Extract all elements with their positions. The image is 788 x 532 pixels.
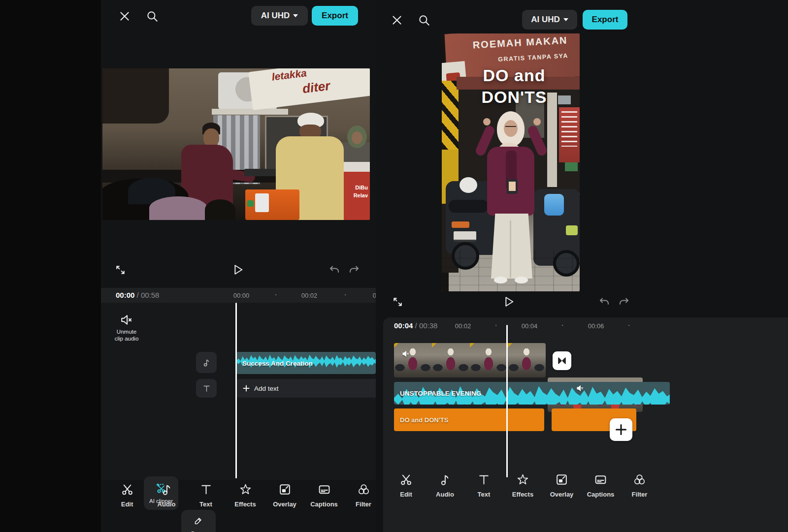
fullscreen-button[interactable] — [114, 264, 127, 276]
overlay-icon — [555, 473, 568, 486]
toolbar-item-edit[interactable]: Edit — [107, 483, 147, 508]
search-button[interactable] — [418, 14, 430, 27]
captions-icon — [594, 473, 607, 486]
play-button[interactable] — [501, 295, 515, 309]
preview-pants — [491, 214, 532, 279]
fullscreen-icon — [392, 296, 404, 308]
preview-dark-corner — [102, 68, 169, 124]
play-icon — [230, 263, 244, 277]
clip-muted-icon — [402, 350, 410, 358]
toolbar-item-overlay[interactable]: Overlay — [542, 473, 581, 498]
redo-button[interactable] — [348, 264, 360, 276]
toolbar-item-overlay[interactable]: Overlay — [265, 483, 304, 508]
undo-icon — [328, 264, 340, 276]
redo-icon — [348, 264, 360, 276]
preview-helmet — [460, 177, 477, 193]
preview-glasses — [505, 126, 516, 129]
filter-icon — [357, 483, 370, 496]
left-editor-panel: AI UHD Export letakka diter DiBu Relav — [101, 0, 376, 532]
overlay-icon — [278, 483, 292, 496]
playhead[interactable] — [506, 325, 508, 477]
toolbar-item-captions[interactable]: Captions — [304, 483, 344, 508]
export-button[interactable]: Export — [312, 6, 358, 26]
captions-icon — [318, 483, 331, 496]
time-display: 00:00 / 00:58 — [116, 291, 159, 299]
preview-woman-face — [352, 131, 362, 144]
audio-clip[interactable]: Success And Creation — [236, 352, 376, 374]
preview-fg-hijab — [149, 196, 207, 220]
fullscreen-icon — [114, 264, 127, 276]
toolbar-item-filter[interactable]: Filter — [344, 483, 376, 508]
resolution-selector[interactable]: AI UHD — [522, 10, 577, 30]
undo-button[interactable] — [598, 296, 610, 308]
toolbar-item-filter[interactable]: Filter — [620, 473, 659, 498]
close-button[interactable] — [118, 10, 131, 23]
export-button[interactable]: Export — [583, 10, 627, 30]
preview-shoe — [515, 277, 528, 283]
toolbar-item-audio[interactable]: Audio — [426, 473, 464, 498]
video-preview[interactable]: ROEMAH MAKAN GRATIS TANPA SYA — [442, 33, 580, 291]
chevron-down-icon — [293, 14, 298, 17]
timeline-ruler[interactable]: 00:00 / 00:58 00:00 · 00:02 · 00:04 — [101, 288, 376, 303]
toolbar-item-captions[interactable]: Captions — [581, 473, 620, 498]
preview-fg-head — [205, 199, 235, 220]
filter-icon — [633, 473, 646, 486]
add-clip-button[interactable] — [610, 418, 632, 441]
cover-button[interactable]: Cover — [181, 510, 216, 532]
scissors-icon — [399, 473, 413, 486]
toolbar-item-edit[interactable]: Edit — [387, 473, 426, 498]
toolbar-item-effects[interactable]: Effects — [226, 483, 265, 508]
text-icon — [477, 473, 491, 486]
timeline-ruler[interactable]: 00:02 · 00:04 · 00:06 · — [442, 317, 788, 332]
transition-icon — [557, 355, 567, 366]
resolution-label: AI UHD — [261, 11, 290, 21]
toolbar-item-audio[interactable]: Audio — [147, 483, 186, 508]
music-note-icon — [438, 473, 452, 486]
undo-button[interactable] — [328, 264, 340, 276]
search-icon — [146, 10, 159, 23]
fullscreen-button[interactable] — [392, 296, 404, 308]
toolbar-item-effects[interactable]: Effects — [503, 473, 542, 498]
right-editor-panel: AI UHD Export ROEMAH MAKAN GRATIS TANPA … — [376, 0, 788, 532]
close-icon — [391, 14, 403, 27]
plus-icon — [243, 385, 250, 392]
close-button[interactable] — [391, 14, 403, 27]
ruler-tick: 00:00 — [233, 292, 250, 299]
text-icon — [199, 483, 213, 496]
text-clip-1[interactable]: DO and DON'TS — [394, 408, 544, 431]
video-clip-1[interactable] — [394, 343, 546, 377]
preview-shoe — [494, 277, 507, 283]
preview-id-badge — [507, 179, 518, 194]
preview-red-sign — [559, 107, 580, 162]
play-button[interactable] — [230, 263, 244, 277]
preview-tray — [244, 169, 280, 176]
resolution-selector[interactable]: AI UHD — [251, 6, 308, 26]
playhead[interactable] — [235, 303, 237, 478]
preview-blue-bag — [544, 194, 564, 216]
undo-icon — [598, 296, 610, 308]
speaker-muted-icon — [120, 313, 133, 326]
toolbar-item-text[interactable]: Text — [186, 483, 226, 508]
toolbar-item-text[interactable]: Text — [464, 473, 503, 498]
preview-shelf — [212, 109, 288, 115]
search-icon — [418, 14, 430, 27]
preview-license-plate — [454, 231, 476, 242]
preview-box-logo — [247, 200, 254, 207]
close-icon — [118, 10, 131, 23]
music-note-icon — [160, 483, 173, 496]
add-text-row[interactable]: Add text — [236, 379, 376, 398]
music-note-icon — [202, 358, 211, 367]
text-track-shortcut[interactable] — [196, 379, 217, 398]
redo-button[interactable] — [618, 296, 630, 308]
ruler-dot: · — [274, 290, 277, 300]
transition-button[interactable] — [553, 351, 571, 370]
clip-muted-icon — [576, 384, 584, 392]
search-button[interactable] — [146, 10, 159, 23]
resolution-label: AI UHD — [531, 15, 560, 25]
unmute-clip-audio-button[interactable]: Unmuteclip audio — [111, 311, 142, 344]
capcut-dual-screenshot: AI UHD Export letakka diter DiBu Relav — [0, 0, 788, 532]
audio-track-shortcut[interactable] — [196, 352, 217, 373]
video-preview[interactable]: letakka diter DiBu Relav — [102, 68, 370, 220]
play-icon — [501, 295, 515, 309]
audio-clip[interactable]: UNSTOPPABLE EVENING — [394, 382, 670, 405]
